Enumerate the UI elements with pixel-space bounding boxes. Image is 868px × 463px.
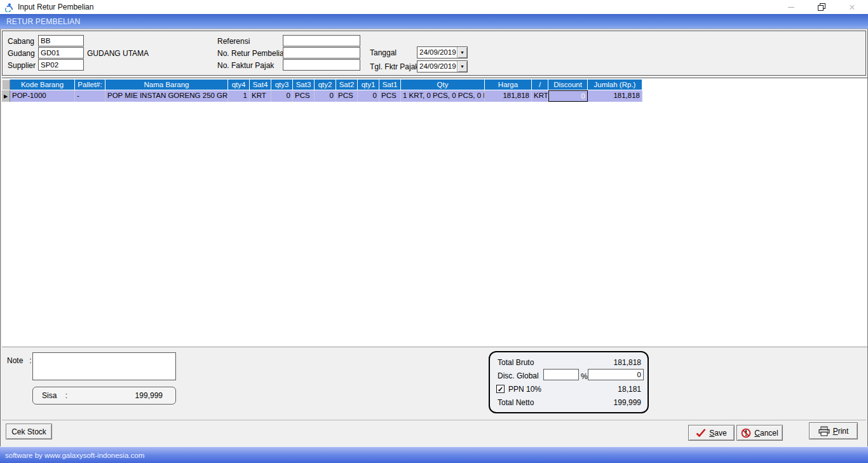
save-check-icon: [696, 429, 706, 437]
cancel-icon: [741, 428, 751, 438]
ppn-value: 18,181: [618, 385, 641, 394]
disc-global-label: Disc. Global: [498, 371, 539, 380]
status-bar: software by www.galaxysoft-indonesia.com: [0, 446, 868, 463]
table-row[interactable]: ▶ POP-1000 - POP MIE INSTAN GORENG 250 G…: [2, 90, 867, 102]
restore-button[interactable]: [812, 0, 831, 14]
cell-qty3[interactable]: 0: [271, 90, 293, 102]
col-pallet[interactable]: Pallet#:: [75, 79, 105, 90]
sisa-label: Sisa :: [42, 391, 67, 400]
checkmark-icon: ✓: [498, 386, 503, 392]
minimize-icon: [788, 7, 794, 8]
tgl-fktr-label: Tgl. Fktr Pajak: [370, 62, 419, 71]
totals-box: Total Bruto 181,818 Disc. Global % ✓ PPN…: [489, 351, 649, 413]
referensi-label: Referensi: [217, 37, 250, 46]
ppn-checkbox[interactable]: ✓: [496, 385, 505, 393]
cek-stock-button[interactable]: Cek Stock: [6, 424, 52, 439]
cell-harga[interactable]: 181,818: [485, 90, 532, 102]
form-caption: RETUR PEMBELIAN: [6, 17, 80, 26]
close-button[interactable]: ✕: [843, 0, 862, 14]
cell-kode[interactable]: POP-1000: [10, 90, 75, 102]
tanggal-label: Tanggal: [370, 48, 397, 57]
grid-header-row: Kode Barang Pallet#: Nama Barang qty4 Sa…: [2, 79, 867, 90]
col-harga[interactable]: Harga: [485, 79, 532, 90]
status-text: software by www.galaxysoft-indonesia.com: [5, 452, 144, 459]
client-area: Cabang Gudang Supplier GUDANG UTAMA Refe…: [0, 29, 868, 446]
ppn-label[interactable]: PPN 10%: [508, 385, 541, 394]
cell-pallet[interactable]: -: [75, 90, 105, 102]
total-bruto-value: 181,818: [614, 358, 641, 367]
no-faktur-input[interactable]: [283, 59, 360, 71]
tanggal-dropdown-icon[interactable]: ▼: [457, 47, 467, 58]
header-form-panel: Cabang Gudang Supplier GUDANG UTAMA Refe…: [2, 31, 866, 76]
col-qty2[interactable]: qty2: [315, 79, 336, 90]
gudang-name-label: GUDANG UTAMA: [87, 49, 149, 58]
grid-selector-header: [2, 79, 10, 90]
col-qty3[interactable]: qty3: [271, 79, 293, 90]
cell-jumlah[interactable]: 181,818: [588, 90, 642, 102]
cell-sat1[interactable]: PCS: [379, 90, 401, 102]
total-bruto-label: Total Bruto: [498, 358, 534, 367]
minimize-button[interactable]: [782, 0, 801, 14]
gudang-label: Gudang: [8, 49, 35, 58]
cell-qty4[interactable]: 1: [228, 90, 250, 102]
supplier-label: Supplier: [8, 61, 36, 70]
cell-qty1[interactable]: 0: [358, 90, 379, 102]
col-qty1[interactable]: qty1: [358, 79, 379, 90]
no-retur-input[interactable]: [283, 47, 360, 59]
gudang-input[interactable]: [38, 47, 84, 59]
cancel-button[interactable]: Cancel: [736, 425, 783, 441]
no-faktur-label: No. Faktur Pajak: [217, 61, 274, 70]
total-netto-value: 199,999: [614, 398, 641, 407]
cabang-label: Cabang: [8, 37, 34, 46]
referensi-input[interactable]: [283, 35, 360, 46]
sisa-value: 199,999: [135, 391, 163, 400]
tgl-fktr-value: 24/09/2019: [417, 61, 457, 72]
disc-global-pct-input[interactable]: [543, 369, 579, 380]
cancel-label: Cancel: [754, 429, 778, 438]
tanggal-datepicker[interactable]: 24/09/2019 ▼: [417, 46, 468, 59]
title-bar: Input Retur Pembelian ✕: [0, 0, 868, 14]
col-qty4[interactable]: qty4: [228, 79, 250, 90]
col-jumlah[interactable]: Jumlah (Rp.): [588, 79, 642, 90]
col-discount[interactable]: Discount: [548, 79, 588, 90]
col-sat4[interactable]: Sat4: [250, 79, 271, 90]
print-label: Print: [833, 427, 849, 436]
cell-nama[interactable]: POP MIE INSTAN GORENG 250 GRAM @⁴: [105, 90, 228, 102]
col-sat3[interactable]: Sat3: [293, 79, 315, 90]
items-grid: Kode Barang Pallet#: Nama Barang qty4 Sa…: [2, 78, 867, 347]
cell-qty2[interactable]: 0: [315, 90, 336, 102]
tanggal-value: 24/09/2019: [417, 47, 457, 58]
disc-global-amount-input[interactable]: [588, 369, 644, 380]
save-label: Save: [709, 429, 726, 438]
col-per[interactable]: /: [532, 79, 548, 90]
footer-panel: Note : Sisa : 199,999 Total Bruto 181,81…: [2, 347, 866, 420]
row-marker-icon: ▶: [2, 90, 10, 102]
cell-discount-editor[interactable]: 0: [548, 90, 588, 102]
col-sat2[interactable]: Sat2: [336, 79, 358, 90]
window-title: Input Retur Pembelian: [18, 3, 93, 11]
col-qty[interactable]: Qty: [401, 79, 485, 90]
sisa-box: Sisa : 199,999: [32, 387, 176, 404]
save-button[interactable]: Save: [688, 425, 735, 441]
cek-stock-label: Cek Stock: [11, 427, 46, 436]
cell-sat2[interactable]: PCS: [336, 90, 358, 102]
col-sat1[interactable]: Sat1: [379, 79, 401, 90]
note-input[interactable]: [32, 352, 176, 380]
cabang-input[interactable]: [38, 35, 84, 46]
tgl-fktr-dropdown-icon[interactable]: ▼: [457, 61, 467, 72]
cell-sat4[interactable]: KRT: [250, 90, 271, 102]
cell-sat3[interactable]: PCS: [293, 90, 315, 102]
app-icon: [4, 2, 14, 12]
cell-per[interactable]: KRT: [532, 90, 548, 102]
printer-icon: [818, 426, 830, 436]
close-icon: ✕: [849, 3, 856, 12]
print-button[interactable]: Print: [809, 422, 858, 439]
percent-sign: %: [581, 372, 588, 381]
tgl-fktr-datepicker[interactable]: 24/09/2019 ▼: [417, 60, 468, 73]
col-kode-barang[interactable]: Kode Barang: [10, 79, 75, 90]
form-caption-bar: RETUR PEMBELIAN: [0, 14, 868, 29]
supplier-input[interactable]: [38, 59, 84, 71]
cell-qty[interactable]: 1 KRT, 0 PCS, 0 PCS, 0 PC: [401, 90, 485, 102]
no-retur-label: No. Retur Pembelian: [217, 49, 288, 58]
col-nama-barang[interactable]: Nama Barang: [105, 79, 228, 90]
